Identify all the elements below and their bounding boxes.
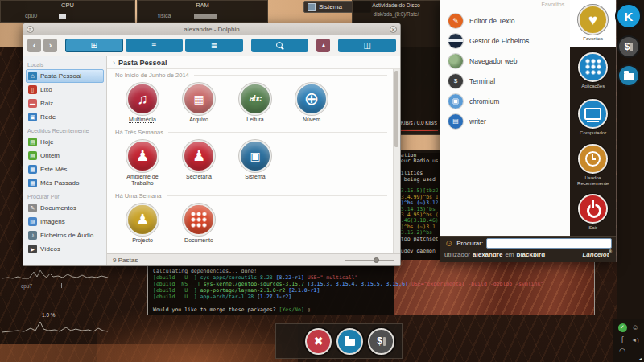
file-group: No Início de Junho de 2014 ♫ Multimédia … — [115, 70, 387, 126]
updates-ok-icon[interactable]: ✓ — [618, 323, 627, 332]
cash-terminal-icon[interactable]: $ — [617, 35, 640, 58]
user-line-prefix: utilizador — [444, 251, 470, 258]
forward-button[interactable]: › — [43, 39, 57, 52]
folder-icon[interactable] — [617, 64, 640, 87]
folder-tile-documento[interactable]: Documento — [173, 204, 225, 244]
sidebar-item-label: Raiz — [40, 100, 53, 107]
system-tools-icon[interactable]: ✖ — [305, 328, 332, 355]
tab-label: Sair — [587, 225, 599, 231]
folder-tile-sistema[interactable]: ▣ Sistema — [229, 140, 281, 187]
tile-label: Secretária — [186, 174, 212, 180]
search-input[interactable] — [486, 238, 612, 249]
cpu-sparkline-1 — [2, 264, 108, 280]
close-icon[interactable]: ✕ — [390, 26, 397, 33]
tray-expander-icon[interactable]: ◂ — [639, 356, 642, 361]
sidebar-item-raiz[interactable]: Raiz — [26, 97, 104, 110]
sidebar-item-label: Ficheiros de Áudio — [40, 232, 93, 239]
breadcrumb-label: Pasta Pessoal — [118, 59, 167, 67]
launcher-item-terminal[interactable]: Terminal — [440, 71, 570, 91]
sidebar-item-pasta-pessoal[interactable]: Pasta Pessoal — [26, 69, 104, 83]
sidebar-item-lixo[interactable]: Lixo — [26, 83, 104, 97]
disk-row-label: disk/sda_(8:0)/Rate/ — [353, 11, 440, 17]
wifi-icon[interactable]: ◠ — [619, 348, 625, 355]
tab-computador[interactable]: Computador — [570, 94, 616, 142]
launcher-item-editor-de-texto[interactable]: Editor de Texto — [440, 10, 570, 31]
attach-clip-icon[interactable]: ʃ — [621, 336, 623, 343]
folder-tile-secretaria[interactable]: ♟ Secretária — [173, 140, 225, 187]
dolphin-titlebar[interactable]: ≡ alexandre - Dolphin ✕ — [23, 23, 400, 35]
back-button[interactable]: ‹ — [27, 39, 41, 52]
search-button[interactable] — [251, 39, 309, 52]
sidebar-item-rede[interactable]: Rede — [26, 110, 104, 124]
system-tray: ✓ ☺ ʃ ◄) ◠ ◂ — [613, 319, 644, 362]
tab-label: Usados Recentemente — [570, 175, 616, 187]
tile-label: Ambiente de Trabalho — [117, 174, 168, 187]
zoom-slider-track — [345, 260, 394, 261]
audio-icon — [28, 231, 37, 240]
sidebar-item-label: Pasta Pessoal — [40, 72, 81, 80]
ram-monitor-widget: RAM física — [137, 0, 268, 23]
tab-usados-recentemente[interactable]: Usados Recentemente — [570, 142, 616, 189]
launcher-item-chromium[interactable]: chromium — [440, 91, 570, 111]
launcher-item-navegador-web[interactable]: Navegador web — [440, 51, 570, 71]
sidebar-item-label: Mês Passado — [40, 179, 79, 187]
tile-label: Sistema — [245, 174, 265, 180]
sidebar-item-imagens[interactable]: Imagens — [26, 215, 104, 228]
breadcrumb[interactable]: Pasta Pessoal — [107, 56, 400, 69]
details-view-button[interactable]: ≣ — [185, 39, 243, 52]
tile-label: Projecto — [132, 237, 153, 244]
volume-icon[interactable]: ◄) — [631, 337, 638, 343]
compact-view-button[interactable]: ≡ — [126, 39, 184, 52]
trash-icon — [28, 85, 37, 94]
folder-tile-leitura[interactable]: abc Leitura — [229, 83, 281, 123]
taskbar-item-label: Sistema — [319, 3, 342, 10]
web-browser-icon — [448, 54, 463, 68]
preview-button[interactable]: ▲ — [316, 39, 330, 52]
folder-tile-ambiente-de-trabalho[interactable]: ♟ Ambiente de Trabalho — [117, 140, 168, 187]
lancelot-bottom-bar: ☺ Procurar: utilizador alexandre em blac… — [440, 236, 616, 262]
folder-tile-projecto[interactable]: ♟ Projecto — [117, 204, 168, 244]
launcher-item-gestor-de-ficheiros[interactable]: Gestor de Ficheiros — [440, 31, 570, 51]
folder-tile-arquivo[interactable]: ▦ Arquivo — [173, 83, 225, 123]
icons-view-button[interactable]: ⊞ — [65, 39, 123, 52]
tab-sair[interactable]: Sair — [570, 188, 616, 236]
zoom-slider[interactable] — [345, 256, 394, 264]
sidebar-item-este-mes[interactable]: Este Mês — [26, 162, 104, 176]
tab-favoritos[interactable]: ♥ Favoritos — [570, 0, 616, 47]
sidebar-item-videos[interactable]: Vídeos — [26, 242, 104, 256]
sidebar-item-hoje[interactable]: Hoje — [26, 135, 104, 149]
ram-row-label: física — [158, 13, 171, 19]
tab-aplicacoes[interactable]: Aplicações — [570, 47, 616, 95]
folder-tile-nuvem[interactable]: ⊕ Núvem — [286, 83, 337, 123]
archive-icon: ▦ — [183, 83, 215, 115]
cash-terminal-dock-icon[interactable]: $ — [368, 328, 394, 355]
home-icon — [28, 72, 37, 80]
sidebar-item-audio[interactable]: Ficheiros de Áudio — [26, 228, 104, 242]
folder-tile-multimedia[interactable]: ♫ Multimédia — [117, 83, 168, 123]
sidebar-item-documentos[interactable]: Documentos — [26, 201, 104, 215]
window-icon — [308, 3, 316, 11]
window-menu-icon[interactable]: ≡ — [27, 26, 34, 33]
lancelot-launcher: Favoritos Editor de Texto Gestor de Fich… — [440, 0, 617, 262]
desktop: CPU cpu0 RAM física Sistema Actividade d… — [0, 0, 644, 362]
disk-widget-title: Actividade do Disco — [353, 1, 440, 10]
folder-glyph — [624, 73, 634, 80]
klipper-smiley-icon[interactable]: ☺ — [631, 324, 638, 331]
places-section-label: Locais — [27, 62, 102, 68]
sidebar-item-label: Ontem — [40, 152, 60, 159]
sidebar-item-ontem[interactable]: Ontem — [26, 149, 104, 162]
tile-label: Documento — [184, 237, 213, 244]
launcher-item-writer[interactable]: writer — [440, 111, 570, 131]
split-view-button[interactable]: ◫ — [338, 39, 396, 52]
zoom-slider-handle[interactable] — [374, 257, 379, 263]
sidebar-item-label: Lixo — [40, 86, 52, 93]
file-manager-dock-icon[interactable] — [336, 328, 363, 355]
scrollbar[interactable] — [393, 69, 400, 253]
network-icon — [28, 113, 37, 121]
power-icon — [578, 194, 608, 224]
document-edit-icon — [28, 204, 37, 212]
tab-label: Favoritos — [581, 36, 605, 42]
scrollbar-thumb[interactable] — [394, 71, 398, 147]
sidebar-item-mes-passado[interactable]: Mês Passado — [26, 176, 104, 190]
kde-launcher-icon[interactable]: K — [615, 2, 642, 30]
